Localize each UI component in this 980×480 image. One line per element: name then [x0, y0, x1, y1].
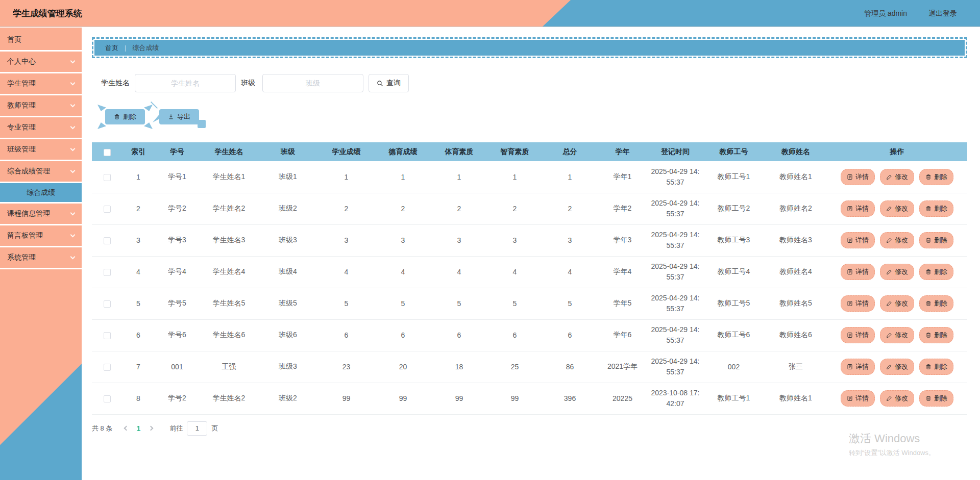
cell-student_no: 学号5 [154, 288, 200, 319]
breadcrumb-home[interactable]: 首页 [105, 43, 118, 53]
row-checkbox-cell [92, 193, 122, 224]
row-checkbox[interactable] [104, 174, 111, 181]
cell-year: 学年4 [597, 256, 648, 288]
detail-button[interactable]: 详情 [841, 200, 875, 217]
delete-button-decoration [97, 122, 106, 129]
sidebar-item-1[interactable]: 首页 [0, 30, 82, 52]
column-header: 教师姓名 [765, 142, 827, 161]
edit-button[interactable]: 修改 [880, 390, 914, 407]
cell-index: 2 [122, 193, 154, 224]
sidebar-item-2[interactable]: 个人中心 [0, 52, 82, 73]
sidebar-item-4[interactable]: 教师管理 [0, 95, 82, 117]
edit-button[interactable]: 修改 [880, 359, 914, 375]
cell-moral: 6 [375, 319, 431, 351]
table-row: 7001王强班级323201825862021学年2025-04-29 14:5… [92, 351, 967, 383]
admin-user-label[interactable]: 管理员 admin [864, 9, 907, 18]
export-button[interactable]: 导出 [159, 109, 199, 124]
edit-button[interactable]: 修改 [880, 169, 914, 185]
edit-button[interactable]: 修改 [880, 264, 914, 280]
pagination-total: 共 8 条 [92, 424, 112, 433]
cell-total: 6 [543, 319, 597, 351]
cell-academic: 2 [318, 193, 375, 224]
cell-total: 3 [543, 224, 597, 256]
row-actions-cell: 详情修改删除 [827, 351, 967, 383]
detail-button[interactable]: 详情 [841, 264, 875, 280]
delete-row-button-label: 删除 [934, 267, 947, 276]
delete-button[interactable]: 删除 [105, 109, 145, 124]
breadcrumb-separator: | [125, 44, 126, 52]
cell-student_name: 王强 [200, 351, 258, 383]
cell-academic: 1 [318, 161, 375, 193]
cell-academic: 99 [318, 383, 375, 414]
row-actions-cell: 详情修改删除 [827, 256, 967, 288]
delete-button-label: 删除 [123, 112, 136, 121]
pencil-icon [886, 206, 892, 212]
delete-row-button[interactable]: 删除 [919, 295, 953, 312]
breadcrumb-current: 综合成绩 [132, 43, 159, 53]
document-icon [847, 395, 853, 401]
detail-button[interactable]: 详情 [841, 390, 875, 407]
row-actions-cell: 详情修改删除 [827, 288, 967, 319]
delete-row-button[interactable]: 删除 [919, 264, 953, 280]
table-row: 4学号4学生姓名4班级444444学年42025-04-29 14:55:37教… [92, 256, 967, 288]
edit-button[interactable]: 修改 [880, 232, 914, 248]
detail-button[interactable]: 详情 [841, 295, 875, 312]
chevron-down-icon [70, 168, 76, 173]
edit-button[interactable]: 修改 [880, 327, 914, 343]
download-icon [168, 114, 174, 120]
cell-total: 4 [543, 256, 597, 288]
cell-class_name: 班级2 [258, 383, 318, 414]
next-page-button[interactable] [145, 423, 156, 434]
sidebar-item-3[interactable]: 学生管理 [0, 73, 82, 95]
cell-teacher_name: 教师姓名6 [765, 319, 827, 351]
sidebar-item-5[interactable]: 专业管理 [0, 117, 82, 139]
cell-time: 2025-04-29 14:55:37 [648, 288, 703, 319]
detail-button-label: 详情 [855, 394, 869, 403]
sidebar-subitem-综合成绩[interactable]: 综合成绩 [0, 183, 82, 204]
cell-student_name: 学生姓名2 [200, 193, 258, 224]
sidebar-item-label: 留言板管理 [7, 231, 43, 240]
cell-year: 学年1 [597, 161, 648, 193]
sidebar-item-10[interactable]: 系统管理 [0, 247, 82, 269]
page-number-current[interactable]: 1 [132, 424, 145, 433]
delete-row-button[interactable]: 删除 [919, 169, 953, 185]
detail-button[interactable]: 详情 [841, 327, 875, 343]
class-input[interactable] [262, 74, 363, 92]
chevron-down-icon [70, 232, 76, 237]
row-actions-cell: 详情修改删除 [827, 383, 967, 414]
sidebar-item-8[interactable]: 课程信息管理 [0, 204, 82, 225]
table-row: 2学号2学生姓名2班级222222学年22025-04-29 14:55:37教… [92, 193, 967, 224]
sidebar-item-6[interactable]: 班级管理 [0, 139, 82, 161]
row-checkbox[interactable] [104, 332, 111, 339]
row-checkbox[interactable] [104, 395, 111, 402]
detail-button[interactable]: 详情 [841, 169, 875, 185]
row-checkbox[interactable] [104, 237, 111, 244]
row-checkbox[interactable] [104, 364, 111, 371]
delete-row-button[interactable]: 删除 [919, 232, 953, 248]
sidebar-item-9[interactable]: 留言板管理 [0, 225, 82, 247]
detail-button[interactable]: 详情 [841, 359, 875, 375]
sidebar-item-7[interactable]: 综合成绩管理 [0, 161, 82, 183]
trash-icon [925, 237, 932, 243]
delete-row-button[interactable]: 删除 [919, 359, 953, 375]
student-name-input[interactable] [135, 74, 236, 92]
edit-button[interactable]: 修改 [880, 295, 914, 312]
row-checkbox[interactable] [104, 206, 111, 213]
prev-page-button[interactable] [120, 423, 132, 434]
cell-teacher_name: 教师姓名5 [765, 288, 827, 319]
delete-row-button[interactable]: 删除 [919, 327, 953, 343]
query-button[interactable]: 查询 [369, 74, 409, 92]
select-all-checkbox[interactable] [104, 149, 111, 156]
delete-row-button[interactable]: 删除 [919, 200, 953, 217]
delete-row-button[interactable]: 删除 [919, 390, 953, 407]
pencil-icon [886, 395, 892, 401]
row-checkbox[interactable] [104, 300, 111, 308]
table-row: 6学号6学生姓名6班级666666学年62025-04-29 14:55:37教… [92, 319, 967, 351]
detail-button[interactable]: 详情 [841, 232, 875, 248]
class-label: 班级 [241, 79, 255, 88]
logout-link[interactable]: 退出登录 [928, 9, 957, 18]
sidebar-item-label: 系统管理 [7, 253, 36, 262]
row-checkbox[interactable] [104, 269, 111, 276]
edit-button[interactable]: 修改 [880, 200, 914, 217]
goto-page-input[interactable] [187, 421, 207, 436]
